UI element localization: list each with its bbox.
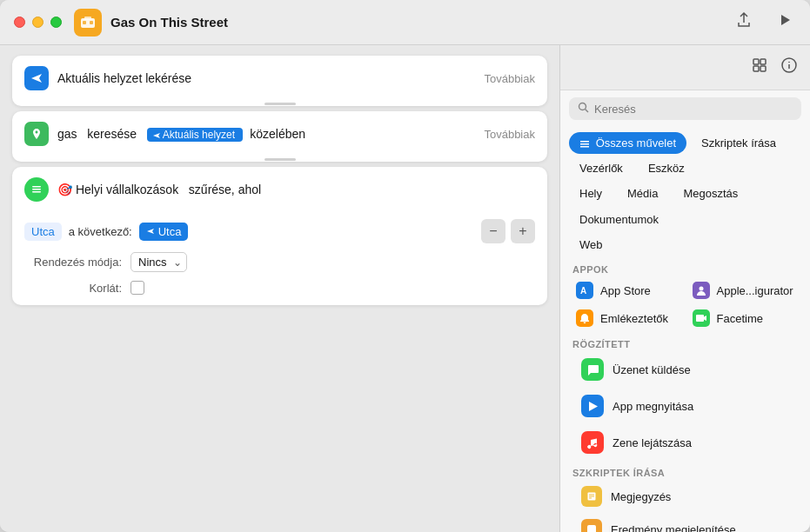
music-label: Zene lejátszása: [613, 436, 692, 449]
svg-rect-21: [580, 143, 589, 145]
pill-location-label: Hely: [579, 187, 602, 200]
app-icon: [74, 9, 102, 37]
pill-device-label: Eszköz: [648, 162, 685, 175]
pill-share[interactable]: Megosztás: [673, 183, 748, 204]
action-header-3: 🎯 Helyi vállalkozások szűrése, ahol: [12, 167, 547, 212]
svg-rect-7: [32, 186, 41, 188]
share-button[interactable]: [732, 8, 756, 37]
tovabbiak-2[interactable]: Továbbiak: [484, 128, 535, 141]
main-area: Aktuális helyzet lekérése Továbbiak gas: [0, 45, 559, 532]
apple-config-label: Apple...igurator: [717, 284, 793, 297]
pill-controls[interactable]: Vezérlők: [569, 157, 633, 179]
helyi-vallalkozasok-text: 🎯 Helyi vállalkozások: [57, 183, 178, 196]
music-icon: [581, 431, 604, 454]
gas-keyword: gas: [57, 127, 77, 141]
right-panel-scroll: Összes művelet Szkriptek írása Vezérlők …: [560, 90, 810, 532]
uzenet-label: Üzenet küldése: [613, 363, 691, 376]
pill-docs-label: Dokumentumok: [579, 213, 659, 226]
menu-item-appstore[interactable]: A App Store: [569, 276, 686, 304]
svg-rect-12: [760, 59, 766, 64]
gallery-button[interactable]: [751, 57, 768, 78]
action-title-1: Aktuális helyzet lekérése: [57, 71, 475, 85]
pinned-uzenet[interactable]: Üzenet küldése: [569, 351, 801, 388]
filter-tag-utca-blue[interactable]: Utca: [139, 223, 189, 241]
traffic-lights: [14, 17, 62, 28]
pill-all-actions[interactable]: Összes művelet: [569, 132, 686, 154]
category-pills-row4: Web: [560, 234, 810, 259]
pill-device[interactable]: Eszköz: [638, 157, 695, 179]
pill-web[interactable]: Web: [569, 234, 613, 256]
appstore-label: App Store: [600, 284, 651, 297]
filter-controls: − +: [481, 219, 535, 243]
filter-plus-button[interactable]: +: [511, 219, 535, 243]
minimize-button[interactable]: [32, 17, 44, 28]
script-megjegyzes[interactable]: Megjegyzés: [569, 480, 801, 513]
search-box: [569, 97, 801, 120]
info-button[interactable]: [780, 57, 798, 78]
svg-point-18: [579, 103, 586, 110]
pill-share-label: Megosztás: [683, 187, 738, 200]
pinned-app-open[interactable]: App megnyitása: [569, 388, 801, 424]
svg-point-17: [788, 62, 790, 63]
eredmeny-label: Eredmény megjelenítése: [611, 523, 736, 533]
close-button[interactable]: [14, 17, 25, 28]
menu-item-apple-config[interactable]: Apple...igurator: [686, 276, 802, 304]
rogzitett-items: Üzenet küldése App megnyitása: [569, 351, 801, 461]
svg-rect-2: [83, 21, 86, 24]
svg-rect-11: [753, 59, 759, 64]
action-icon-2: [24, 122, 49, 146]
svg-rect-9: [32, 191, 41, 193]
divider-2[interactable]: [12, 156, 547, 162]
pill-media[interactable]: Média: [617, 183, 668, 204]
facetime-icon: [693, 309, 710, 327]
svg-rect-8: [32, 189, 41, 190]
app-open-label: App megnyitása: [613, 400, 693, 413]
filter-row: Utca a következő: Utca − +: [24, 219, 535, 243]
script-eredmeny[interactable]: Eredmény megjelenítése: [569, 513, 801, 532]
svg-rect-22: [580, 146, 589, 148]
keresese-keyword: keresése: [87, 127, 137, 141]
svg-text:A: A: [580, 286, 586, 296]
search-input[interactable]: [594, 103, 793, 116]
korlat-label: Korlát:: [26, 282, 122, 295]
titlebar-actions: [732, 8, 796, 37]
run-button[interactable]: [773, 9, 796, 36]
pill-location[interactable]: Hely: [569, 183, 613, 204]
svg-rect-13: [753, 66, 759, 71]
pill-scripts-label: Szkriptek írása: [701, 136, 776, 150]
rogzitett-label: Rögzített: [569, 339, 801, 349]
action-header-1: Aktuális helyzet lekérése Továbbiak: [12, 56, 547, 101]
svg-rect-3: [90, 21, 93, 24]
action-title-2: gas keresése Aktuális helyzet közelében: [57, 127, 475, 141]
appstore-icon: A: [576, 282, 593, 299]
appok-grid: A App Store: [569, 276, 801, 332]
pill-all-label: Összes művelet: [596, 136, 676, 150]
kozeleben-text: közelében: [250, 127, 305, 141]
svg-rect-20: [580, 141, 589, 143]
pill-docs[interactable]: Dokumentumok: [569, 209, 669, 230]
divider-1[interactable]: [12, 101, 547, 106]
filter-tag-blue-label: Utca: [158, 225, 182, 238]
szkriptek-items: Megjegyzés Eredmény megjelenítése: [569, 480, 801, 532]
svg-marker-25: [589, 402, 598, 411]
maximize-button[interactable]: [50, 17, 62, 28]
pinned-music[interactable]: Zene lejátszása: [569, 424, 801, 461]
app-open-icon: [581, 395, 604, 417]
pill-scripts[interactable]: Szkriptek írása: [691, 132, 787, 154]
pill-media-label: Média: [627, 187, 658, 200]
pill-controls-label: Vezérlők: [579, 162, 623, 175]
action-icon-1: [24, 66, 49, 90]
filter-tag-utca[interactable]: Utca: [24, 223, 62, 241]
menu-item-facetime[interactable]: Facetime: [686, 304, 802, 332]
korlat-checkbox[interactable]: [131, 281, 144, 295]
svg-marker-4: [781, 15, 790, 25]
sort-select[interactable]: Nincs: [131, 252, 187, 272]
tovabbiak-1[interactable]: Továbbiak: [484, 72, 535, 85]
svg-marker-6: [153, 133, 160, 138]
filter-minus-button[interactable]: −: [481, 219, 505, 243]
sort-label: Rendezés módja:: [26, 256, 122, 269]
right-panel: Összes művelet Szkriptek írása Vezérlők …: [559, 45, 810, 532]
window-title: Gas On This Street: [110, 15, 732, 30]
menu-item-emlekeztetok[interactable]: Emlékeztetők: [569, 304, 686, 332]
pill-web-label: Web: [579, 238, 603, 251]
